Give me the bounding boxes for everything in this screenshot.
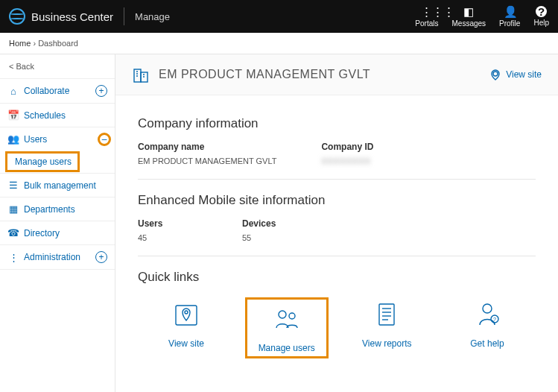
company-info-heading: Company information <box>138 116 536 131</box>
quicklink-label: Get help <box>470 338 504 349</box>
page-title: EM PRODUCT MANAGEMENT GVLT <box>159 68 370 81</box>
profile-icon: 👤 <box>504 6 516 18</box>
quicklink-label: View site <box>168 338 204 349</box>
nav-messages[interactable]: ◧ Messages <box>451 6 486 28</box>
sidebar-item-users[interactable]: 👥 Users – <box>0 127 115 151</box>
bulk-icon: ☰ <box>7 180 19 191</box>
quicklink-label: Manage users <box>259 343 315 353</box>
departments-icon: ▦ <box>7 203 19 215</box>
nav-profile[interactable]: 👤 Profile <box>499 6 520 28</box>
sidebar-subitem-manage-users[interactable]: Manage users <box>6 152 79 171</box>
sidebar-item-departments[interactable]: ▦ Departments <box>0 197 115 221</box>
collapse-icon[interactable]: – <box>98 133 110 145</box>
building-icon <box>132 65 151 84</box>
tab-manage[interactable]: Manage <box>135 11 170 22</box>
breadcrumb-current: Dashboard <box>38 39 78 48</box>
sidebar-item-administration[interactable]: ⋮ Administration + <box>0 244 115 270</box>
svg-point-9 <box>185 311 188 314</box>
nav-label: Profile <box>499 19 520 28</box>
nav-portals[interactable]: ⋮⋮⋮ Portals <box>415 6 438 28</box>
att-logo-icon <box>9 8 25 25</box>
sidebar-item-label: Directory <box>24 228 60 238</box>
map-pin-icon <box>171 300 201 329</box>
sidebar-item-label: Administration <box>24 252 80 262</box>
location-icon <box>489 69 501 80</box>
help-icon: ? <box>536 6 547 17</box>
main-content: EM PRODUCT MANAGEMENT GVLT View site Com… <box>115 54 558 392</box>
expand-icon[interactable]: + <box>95 251 107 263</box>
svg-point-17 <box>483 304 492 313</box>
nav-help[interactable]: ? Help <box>533 6 549 28</box>
devices-label: Devices <box>242 218 276 229</box>
sidebar-item-label: Schedules <box>24 110 66 121</box>
users-value: 45 <box>138 233 197 242</box>
sidebar-item-schedules[interactable]: 📅 Schedules <box>0 103 115 127</box>
svg-point-10 <box>279 311 286 318</box>
quicklink-get-help[interactable]: ? Get help <box>446 298 528 358</box>
person-help-icon: ? <box>472 300 502 329</box>
view-site-link[interactable]: View site <box>489 69 542 80</box>
users-icon: 👥 <box>7 133 19 145</box>
svg-point-7 <box>493 72 498 76</box>
sidebar-item-label: Departments <box>24 204 75 215</box>
nav-label: Help <box>533 19 549 27</box>
document-icon <box>372 300 402 329</box>
nav-label: Messages <box>451 19 486 28</box>
company-id-value: XXXXXXXX <box>321 157 373 165</box>
company-id-label: Company ID <box>321 142 373 152</box>
sidebar-item-label: Users <box>24 134 47 145</box>
quicklink-manage-users[interactable]: Manage users <box>246 298 328 358</box>
divider <box>138 179 536 180</box>
company-name-value: EM PRODUCT MANAGEMENT GVLT <box>138 157 276 165</box>
breadcrumb: Home › Dashboard <box>0 33 558 54</box>
top-bar: Business Center Manage ⋮⋮⋮ Portals ◧ Mes… <box>0 0 558 33</box>
users-group-icon <box>272 304 302 334</box>
svg-point-11 <box>289 313 295 319</box>
svg-rect-12 <box>379 304 394 325</box>
admin-icon: ⋮ <box>7 252 19 263</box>
users-label: Users <box>138 218 197 229</box>
sidebar-item-label: Bulk management <box>24 180 96 191</box>
breadcrumb-sep: › <box>33 39 36 48</box>
directory-icon: ☎ <box>7 227 19 238</box>
sidebar: < Back ⌂ Collaborate + 📅 Schedules 👥 Use… <box>0 54 115 392</box>
devices-value: 55 <box>242 233 276 242</box>
quick-links-heading: Quick links <box>138 270 536 285</box>
nav-label: Portals <box>415 19 438 28</box>
breadcrumb-home[interactable]: Home <box>9 39 31 48</box>
sidebar-item-collaborate[interactable]: ⌂ Collaborate + <box>0 78 115 103</box>
quicklink-view-reports[interactable]: View reports <box>346 298 428 358</box>
message-icon: ◧ <box>463 6 475 18</box>
page-header: EM PRODUCT MANAGEMENT GVLT View site <box>115 54 558 95</box>
grid-icon: ⋮⋮⋮ <box>421 6 433 18</box>
sidebar-item-directory[interactable]: ☎ Directory <box>0 221 115 244</box>
sidebar-item-label: Collaborate <box>24 86 69 96</box>
company-name-label: Company name <box>138 142 276 152</box>
svg-text:?: ? <box>493 317 496 322</box>
sidebar-back[interactable]: < Back <box>0 54 115 78</box>
view-site-label: View site <box>506 69 542 80</box>
brand-title: Business Center <box>31 10 113 23</box>
quicklink-view-site[interactable]: View site <box>145 298 227 358</box>
divider <box>138 256 536 256</box>
site-info-heading: Enhanced Mobile site information <box>138 193 536 208</box>
expand-icon[interactable]: + <box>95 85 107 97</box>
quicklink-label: View reports <box>362 338 411 349</box>
home-icon: ⌂ <box>7 86 19 97</box>
divider <box>124 7 124 25</box>
calendar-icon: 📅 <box>7 110 19 121</box>
sidebar-item-bulk[interactable]: ☰ Bulk management <box>0 173 115 197</box>
